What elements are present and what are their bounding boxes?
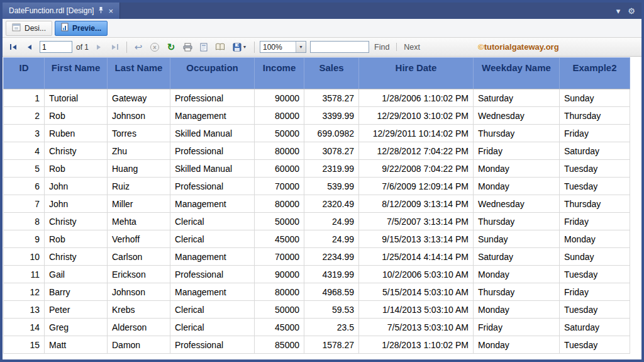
table-cell: Tuesday: [560, 266, 630, 283]
column-header-weekday-name: Weekday Name: [474, 58, 560, 89]
tab-design[interactable]: Desi...: [6, 21, 52, 36]
back-to-parent-button[interactable]: ↩: [132, 41, 145, 54]
table-cell: Wednesday: [474, 195, 560, 213]
table-cell: 7: [4, 195, 45, 213]
table-cell: Johnson: [108, 283, 170, 301]
first-page-button[interactable]: [7, 41, 19, 54]
page-count-label: of 1: [76, 43, 89, 52]
table-cell: 9/15/2013 3:13:14 PM: [359, 230, 474, 248]
preview-icon: [61, 23, 69, 33]
print-button[interactable]: [181, 41, 194, 54]
table-cell: Verhoff: [108, 230, 170, 248]
table-row: 2RobJohnsonManagement800003399.9912/29/2…: [4, 107, 630, 125]
table-cell: Monday: [474, 301, 560, 319]
report-designer-window: DateFunction.rdl [Design] × ▾ ⚙ Desi... …: [0, 0, 644, 362]
table-cell: Tuesday: [560, 301, 630, 319]
table-cell: 85000: [255, 336, 304, 354]
table-cell: Rob: [45, 160, 108, 178]
table-row: 3RubenTorresSkilled Manual50000699.09821…: [4, 125, 630, 142]
next-page-button[interactable]: [92, 41, 105, 54]
table-cell: Management: [170, 248, 255, 266]
table-cell: 9/22/2008 7:04:22 PM: [359, 160, 474, 178]
table-cell: 8/12/2009 3:13:14 PM: [359, 195, 474, 213]
table-cell: 24.99: [304, 213, 359, 230]
table-cell: 80000: [255, 195, 304, 213]
last-page-button[interactable]: [109, 41, 121, 54]
table-cell: 6: [4, 178, 45, 195]
table-cell: 59.53: [304, 301, 359, 319]
report-toolbar: of 1 ↩ × ↻ ▼ 100% ▼ Find Next ©tutoria: [3, 38, 641, 57]
table-cell: 3399.99: [304, 107, 359, 125]
table-cell: Greg: [45, 319, 108, 336]
table-cell: 1: [4, 89, 45, 107]
table-cell: Krebs: [108, 301, 170, 319]
find-next-button[interactable]: Next: [402, 43, 421, 52]
table-cell: 7/6/2009 12:09:14 PM: [359, 178, 474, 195]
zoom-value: 100%: [260, 42, 296, 52]
print-layout-button[interactable]: [197, 41, 210, 54]
titlebar-right-controls: ▾ ⚙: [616, 3, 641, 19]
table-cell: Zhu: [108, 142, 170, 160]
tab-design-label: Desi...: [25, 24, 46, 33]
find-button[interactable]: Find: [373, 43, 391, 52]
table-cell: Skilled Manual: [170, 125, 255, 142]
table-cell: Torres: [108, 125, 170, 142]
stop-rendering-button[interactable]: ×: [148, 41, 161, 54]
table-cell: Miller: [108, 195, 170, 213]
close-icon[interactable]: ×: [108, 7, 113, 15]
table-cell: 12/29/2010 3:10:02 PM: [359, 107, 474, 125]
table-cell: 90000: [255, 266, 304, 283]
table-cell: Saturday: [560, 142, 630, 160]
document-tab[interactable]: DateFunction.rdl [Design] ×: [3, 3, 120, 19]
previous-page-button[interactable]: [23, 41, 36, 54]
table-cell: 14: [4, 319, 45, 336]
table-cell: 1/28/2013 1:10:02 PM: [359, 336, 474, 354]
design-icon: [12, 23, 21, 33]
table-cell: Rob: [45, 107, 108, 125]
table-cell: Gateway: [108, 89, 170, 107]
page-setup-button[interactable]: [214, 41, 226, 54]
table-cell: 1578.27: [304, 336, 359, 354]
table-cell: Management: [170, 195, 255, 213]
table-cell: 4: [4, 142, 45, 160]
table-cell: Thursday: [560, 195, 630, 213]
table-cell: John: [45, 195, 108, 213]
table-cell: 13: [4, 301, 45, 319]
export-dropdown-caret: ▼: [243, 45, 247, 49]
table-cell: 80000: [255, 107, 304, 125]
table-cell: Christy: [45, 142, 108, 160]
gear-icon[interactable]: ⚙: [628, 6, 635, 16]
report-preview-area: IDFirst NameLast NameOccupationIncomeSal…: [3, 57, 641, 359]
tab-preview[interactable]: Previe...: [55, 21, 108, 36]
table-cell: 4968.59: [304, 283, 359, 301]
table-cell: Alderson: [108, 319, 170, 336]
watermark-brand: ©tutorialgateway.org: [478, 42, 559, 52]
table-cell: Erickson: [108, 266, 170, 283]
export-button[interactable]: ▼: [230, 41, 249, 54]
table-cell: Huang: [108, 160, 170, 178]
current-page-input[interactable]: [40, 41, 72, 53]
refresh-button[interactable]: ↻: [165, 41, 177, 54]
table-cell: Sunday: [474, 230, 560, 248]
toolbar-separator: [254, 42, 255, 53]
table-cell: Wednesday: [474, 107, 560, 125]
chevron-down-icon[interactable]: ▾: [616, 6, 621, 16]
table-cell: Gail: [45, 266, 108, 283]
table-cell: 45000: [255, 319, 304, 336]
zoom-select[interactable]: 100% ▼: [260, 41, 306, 53]
table-row: 7JohnMillerManagement800002320.498/12/20…: [4, 195, 630, 213]
table-cell: 539.99: [304, 178, 359, 195]
table-cell: Monday: [474, 160, 560, 178]
zoom-dropdown-button[interactable]: ▼: [296, 42, 306, 52]
table-cell: Professional: [170, 336, 255, 354]
table-cell: 2320.49: [304, 195, 359, 213]
find-text-input[interactable]: [310, 41, 369, 53]
table-cell: 50000: [255, 301, 304, 319]
table-cell: 7/5/2007 3:13:14 PM: [359, 213, 474, 230]
table-cell: Friday: [560, 283, 630, 301]
pin-icon[interactable]: [98, 6, 104, 15]
table-cell: 50000: [255, 213, 304, 230]
table-cell: Christy: [45, 248, 108, 266]
table-row: 11GailEricksonProfessional900004319.9910…: [4, 266, 630, 283]
table-cell: Professional: [170, 178, 255, 195]
